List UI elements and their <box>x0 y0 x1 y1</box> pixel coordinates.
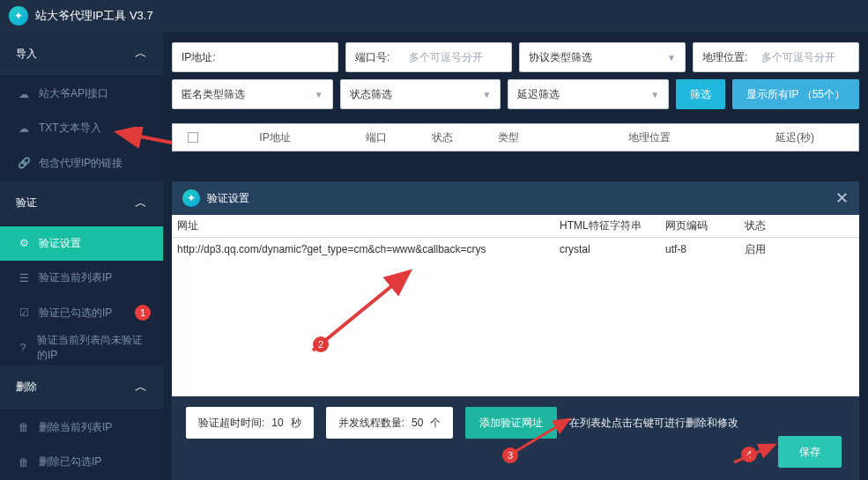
trash-icon: 🗑 <box>18 456 30 469</box>
chevron-up-icon: ︿ <box>135 380 147 395</box>
filter-ip[interactable]: IP地址: <box>172 42 338 72</box>
cloud-icon: ☁ <box>18 122 30 135</box>
timeout-field[interactable]: 验证超时时间: 10 秒 <box>186 407 314 439</box>
filter-label: 匿名类型筛选 <box>182 87 245 102</box>
col-status: 状态 <box>745 218 824 233</box>
app-logo-icon: ✦ <box>9 6 28 26</box>
anno-badge-3: 3 <box>502 447 518 463</box>
sidebar-group-label: 导入 <box>16 47 37 62</box>
trash-icon: 🗑 <box>18 421 30 433</box>
table-header: IP地址 端口 状态 类型 地理位置 延迟(秒) <box>172 123 859 151</box>
verify-settings-modal: ✦ 验证设置 ✕ 网址 HTML特征字符串 网页编码 状态 http://dp3… <box>172 181 859 480</box>
check-icon: ☑ <box>18 306 30 319</box>
filter-label: 状态筛选 <box>350 87 392 102</box>
show-all-button[interactable]: 显示所有IP （55个） <box>732 79 859 109</box>
chevron-down-icon: ▼ <box>667 53 676 63</box>
sidebar-group-delete[interactable]: 删除 ︿ <box>0 366 163 410</box>
verify-url-table: 网址 HTML特征字符串 网页编码 状态 http://dp3.qq.com/d… <box>172 215 859 396</box>
col-enc: 网页编码 <box>665 218 745 233</box>
sidebar-group-label: 删除 <box>16 380 37 395</box>
content: 导入 ︿ ☁ 站大爷API接口 ☁ TXT文本导入 🔗 包含代理IP的链接 验证… <box>0 32 868 480</box>
sidebar-item-verify-unverified[interactable]: ? 验证当前列表尚未验证的IP <box>0 330 163 365</box>
app-title: 站大爷代理IP工具 V3.7 <box>35 8 153 24</box>
anno-arrow-4 <box>731 438 783 468</box>
question-icon: ? <box>18 342 28 354</box>
filter-placeholder: 多个可逗号分开 <box>409 50 483 65</box>
modal-title: 验证设置 <box>207 191 249 206</box>
sidebar-item-delete-list[interactable]: 🗑 删除当前列表IP <box>0 410 163 445</box>
col-location: 地理位置 <box>539 130 760 145</box>
sidebar-item-verify-settings[interactable]: ⚙ 验证设置 <box>0 226 163 261</box>
chevron-down-icon: ▼ <box>315 90 323 100</box>
chevron-down-icon: ▼ <box>650 90 659 100</box>
sidebar-item-label: 站大爷API接口 <box>39 86 108 101</box>
main: IP地址: 端口号: 多个可逗号分开 协议类型筛选 ▼ 地理位置: 多个可逗号分… <box>163 32 868 480</box>
chevron-up-icon: ︿ <box>135 46 147 62</box>
filter-panel: IP地址: 端口号: 多个可逗号分开 协议类型筛选 ▼ 地理位置: 多个可逗号分… <box>163 32 868 122</box>
add-verify-url-button[interactable]: 添加验证网址 <box>465 407 557 439</box>
gear-icon: ⚙ <box>18 237 30 249</box>
col-status: 状态 <box>407 130 478 145</box>
anno-badge-2: 2 <box>313 336 329 352</box>
threads-unit: 个 <box>430 416 441 431</box>
filter-latency[interactable]: 延迟筛选 ▼ <box>508 79 669 109</box>
filter-label: 端口号: <box>355 50 389 65</box>
modal-controls: 验证超时时间: 10 秒 并发线程数量: 50 个 添加验证网址 在列表处点击右… <box>172 396 859 480</box>
hint-text: 在列表处点击右键可进行删除和修改 <box>569 416 738 431</box>
cell-url: http://dp3.qq.com/dynamic?get_type=cm&ch… <box>172 243 560 255</box>
sidebar-item-delete-checked[interactable]: 🗑 删除已勾选IP <box>0 446 163 480</box>
close-icon[interactable]: ✕ <box>835 188 849 208</box>
timeout-value: 10 <box>271 417 283 429</box>
filter-protocol[interactable]: 协议类型筛选 ▼ <box>519 42 686 72</box>
sidebar-item-label: 包含代理IP的链接 <box>39 156 122 171</box>
table-head-row: 网址 HTML特征字符串 网页编码 状态 <box>172 215 859 238</box>
sidebar-item-label: 删除当前列表IP <box>39 420 112 435</box>
save-button[interactable]: 保存 <box>778 436 842 468</box>
sidebar-group-verify[interactable]: 验证 ︿ <box>0 181 163 226</box>
chevron-down-icon: ▼ <box>483 90 492 100</box>
sidebar-group-import[interactable]: 导入 ︿ <box>0 32 163 77</box>
sidebar-item-txt[interactable]: ☁ TXT文本导入 <box>0 112 163 146</box>
col-type: 类型 <box>478 130 539 145</box>
title-bar: ✦ 站大爷代理IP工具 V3.7 <box>0 0 868 32</box>
filter-location[interactable]: 地理位置: 多个可逗号分开 <box>693 42 859 72</box>
list-icon: ☰ <box>18 272 30 284</box>
col-url: 网址 <box>172 218 560 233</box>
sidebar-group-label: 验证 <box>16 196 37 210</box>
link-icon: 🔗 <box>18 157 30 169</box>
filter-button[interactable]: 筛选 <box>676 79 725 109</box>
sidebar-item-api[interactable]: ☁ 站大爷API接口 <box>0 77 163 111</box>
modal-logo-icon: ✦ <box>182 189 200 207</box>
filter-label: IP地址: <box>182 50 216 65</box>
col-latency: 延迟(秒) <box>760 130 830 145</box>
cell-enc: utf-8 <box>665 243 745 255</box>
timeout-label: 验证超时时间: <box>198 416 264 431</box>
filter-anon[interactable]: 匿名类型筛选 ▼ <box>172 79 333 109</box>
sidebar-item-link[interactable]: 🔗 包含代理IP的链接 <box>0 146 163 181</box>
chevron-up-icon: ︿ <box>135 196 147 211</box>
filter-label: 地理位置: <box>702 50 747 65</box>
cloud-icon: ☁ <box>18 88 30 100</box>
col-ip: IP地址 <box>204 130 345 145</box>
anno-badge-4: 4 <box>741 447 757 462</box>
cell-feat: crystal <box>560 243 665 255</box>
sidebar-item-label: 验证当前列表IP <box>39 270 112 285</box>
sidebar-item-label: 删除已勾选IP <box>39 454 101 469</box>
table-row[interactable]: http://dp3.qq.com/dynamic?get_type=cm&ch… <box>172 238 859 261</box>
filter-label: 延迟筛选 <box>517 87 560 102</box>
col-feat: HTML特征字符串 <box>560 218 665 233</box>
sidebar-item-verify-list[interactable]: ☰ 验证当前列表IP <box>0 261 163 295</box>
timeout-unit: 秒 <box>291 416 301 431</box>
threads-value: 50 <box>412 417 423 429</box>
threads-field[interactable]: 并发线程数量: 50 个 <box>326 407 454 439</box>
sidebar-item-label: 验证当前列表尚未验证的IP <box>37 333 145 363</box>
threads-label: 并发线程数量: <box>338 416 404 431</box>
cell-status: 启用 <box>745 242 824 257</box>
sidebar: 导入 ︿ ☁ 站大爷API接口 ☁ TXT文本导入 🔗 包含代理IP的链接 验证… <box>0 32 163 480</box>
sidebar-item-verify-checked[interactable]: ☑ 验证已勾选的IP 1 <box>0 296 163 330</box>
filter-port[interactable]: 端口号: 多个可逗号分开 <box>345 42 512 72</box>
filter-status[interactable]: 状态筛选 ▼ <box>340 79 501 109</box>
modal-titlebar: ✦ 验证设置 ✕ <box>172 181 859 215</box>
select-all-checkbox[interactable] <box>188 132 198 143</box>
badge-1: 1 <box>135 305 151 321</box>
